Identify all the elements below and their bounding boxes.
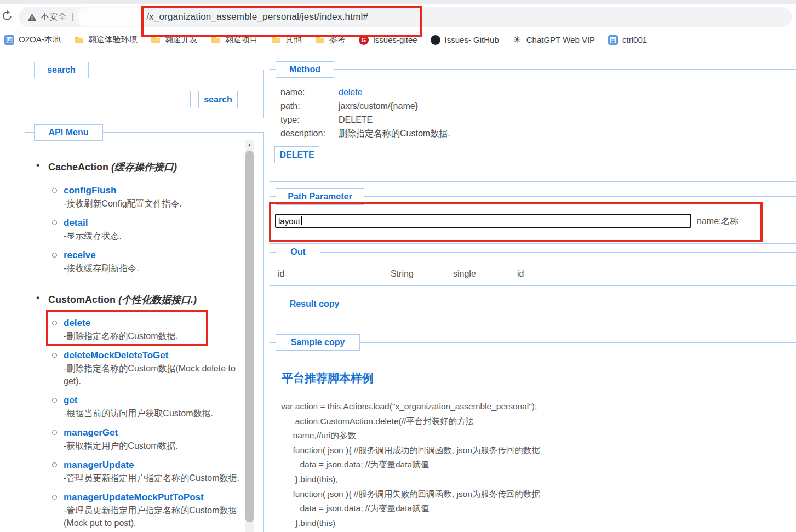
- delete-method-button[interactable]: DELETE: [274, 146, 319, 163]
- code-line: name,//uri的参数: [281, 428, 780, 443]
- api-group-CustomAction: •CustomAction (个性化数据接口.)delete-删除指定名称的Cu…: [48, 293, 241, 529]
- out-panel: [270, 252, 796, 286]
- not-secure-warning-icon: [27, 13, 37, 21]
- api-menu-item-configFlush: configFlush-接收刷新Config配置文件指令.: [64, 185, 241, 210]
- code-line: data = json.data; //为变量data赋值: [281, 457, 780, 472]
- api-method-description: -接收缓存刷新指令.: [64, 262, 241, 274]
- folder-icon: [271, 35, 281, 45]
- api-group-name: CustomAction: [48, 294, 118, 305]
- bookmark-label: ChatGPT Web VIP: [526, 35, 595, 44]
- method-row-path: path: jaxrs/custom/{name}: [280, 99, 752, 113]
- bookmark-item-3[interactable]: 翱途项目: [211, 35, 258, 45]
- path-parameter-legend: Path Parameter: [276, 188, 364, 205]
- code-line: action.CustomAction.delete(//平台封装好的方法: [281, 414, 780, 429]
- method-name-label: name:: [280, 85, 339, 99]
- bookmark-label: 其他: [285, 35, 302, 45]
- github-icon: [431, 35, 440, 45]
- code-line: }.bind(this): [281, 516, 780, 531]
- method-type-label: type:: [280, 113, 339, 127]
- api-menu-item-get: get-根据当前的访问用户获取Custom数据.: [64, 394, 241, 420]
- api-method-description: -管理员更新指定用户指定名称的Custom数据.: [64, 472, 241, 484]
- folder-icon: [315, 35, 325, 45]
- bookmark-label: 参考: [329, 35, 346, 45]
- method-description-label: description:: [280, 127, 339, 140]
- sample-script-heading: 平台推荐脚本样例: [282, 370, 374, 386]
- browser-top-strip: [0, 0, 796, 4]
- api-menu-list: •CacheAction (缓存操作接口)configFlush-接收刷新Con…: [48, 161, 241, 532]
- api-method-description: -管理员更新指定用户指定名称的Custom数据(Mock put to post…: [64, 504, 241, 529]
- api-method-description: -根据当前的访问用户获取Custom数据.: [64, 407, 241, 420]
- out-field-cardinality: single: [453, 269, 476, 279]
- bookmark-label: ctrl001: [622, 35, 647, 44]
- search-panel-legend: search: [34, 62, 89, 78]
- api-group-subtitle: (个性化数据接口.): [118, 294, 197, 305]
- folder-icon: [151, 35, 161, 45]
- bookmark-label: O2OA-本地: [19, 35, 61, 45]
- api-method-description: -显示缓存状态.: [64, 230, 241, 242]
- bookmark-item-0[interactable]: 回O2OA-本地: [4, 35, 61, 45]
- path-parameter-name-input[interactable]: [275, 214, 691, 228]
- bookmark-label: Issues-gitee: [373, 35, 417, 44]
- not-secure-label: 不安全: [41, 12, 67, 23]
- api-menu-item-managerGet: managerGet-获取指定用户的Custom数据.: [64, 427, 241, 452]
- url-bar[interactable]: 不安全 | /x_organization_assemble_personal/…: [19, 7, 792, 27]
- api-method-description: -删除指定名称的Custom数据(Mock delete to get).: [64, 362, 241, 387]
- code-line: function( json ){ //服务调用失败的回调函数, json为服务…: [281, 487, 780, 502]
- api-menu-item-receive: receive-接收缓存刷新指令.: [64, 249, 241, 274]
- folder-icon: [74, 35, 84, 45]
- api-group-subtitle: (缓存操作接口): [111, 162, 177, 173]
- api-menu-item-detail: detail-显示缓存状态.: [64, 217, 241, 242]
- bookmark-item-2[interactable]: 翱途开发: [151, 35, 198, 45]
- search-input[interactable]: [35, 91, 191, 107]
- api-method-link[interactable]: managerUpdateMockPutToPost: [64, 491, 241, 504]
- bookmark-item-8[interactable]: ✳ChatGPT Web VIP: [512, 35, 595, 45]
- api-method-link[interactable]: deleteMockDeleteToGet: [64, 350, 241, 362]
- api-menu-scrollbar-thumb[interactable]: [245, 151, 254, 522]
- reload-icon[interactable]: [1, 10, 14, 23]
- api-method-link[interactable]: managerGet: [64, 427, 241, 439]
- sample-code-block: var action = this.Actions.load("x_organi…: [281, 399, 780, 530]
- bullet-icon: •: [36, 160, 39, 171]
- api-group-title: •CustomAction (个性化数据接口.): [48, 293, 241, 306]
- bookmark-item-1[interactable]: 翱途体验环境: [74, 35, 138, 45]
- scrollbar-up-arrow-icon[interactable]: ▲: [245, 140, 254, 150]
- search-button[interactable]: search: [198, 91, 238, 108]
- method-row-description: description: 删除指定名称的Custom数据.: [280, 127, 752, 140]
- api-menu-item-delete: delete-删除指定名称的Custom数据.: [64, 317, 241, 342]
- result-copy-legend: Result copy: [276, 296, 353, 312]
- gitee-icon: G: [359, 35, 369, 45]
- method-type-value: DELETE: [339, 113, 373, 127]
- code-line: function( json ){ //服务调用成功的回调函数, json为服务…: [281, 443, 780, 458]
- bullet-icon: •: [36, 293, 39, 304]
- api-method-link[interactable]: receive: [64, 249, 241, 261]
- api-method-link[interactable]: delete: [64, 317, 241, 329]
- bookmarks-bar: 回O2OA-本地翱途体验环境翱途开发翱途项目其他参考GIssues-giteeI…: [0, 30, 796, 50]
- api-method-description: -获取指定用户的Custom数据.: [64, 439, 241, 452]
- bookmark-item-6[interactable]: GIssues-gitee: [359, 35, 417, 45]
- api-method-link[interactable]: managerUpdate: [64, 459, 241, 471]
- out-legend: Out: [276, 244, 320, 260]
- bookmark-item-5[interactable]: 参考: [315, 35, 346, 45]
- api-menu-item-managerUpdate: managerUpdate-管理员更新指定用户指定名称的Custom数据.: [64, 459, 241, 484]
- bookmark-label: 翱途体验环境: [88, 35, 138, 45]
- bookmark-item-4[interactable]: 其他: [271, 35, 302, 45]
- url-text: /x_organization_assemble_personal/jest/i…: [146, 12, 368, 22]
- api-menu-item-managerUpdateMockPutToPost: managerUpdateMockPutToPost-管理员更新指定用户指定名称…: [64, 491, 241, 529]
- o2oa-icon: 回: [4, 35, 14, 45]
- path-parameter-name-label: name:名称: [697, 216, 738, 227]
- out-field-desc: id: [517, 269, 524, 279]
- code-line: }.bind(this),: [281, 472, 780, 487]
- method-rows: name: delete path: jaxrs/custom/{name} t…: [280, 85, 752, 140]
- folder-icon: [211, 35, 221, 45]
- bookmark-item-7[interactable]: Issues- GitHub: [431, 35, 499, 45]
- api-method-link[interactable]: detail: [64, 217, 241, 229]
- api-method-link[interactable]: configFlush: [64, 185, 241, 197]
- text-caret: [301, 216, 302, 225]
- method-name-value[interactable]: delete: [339, 85, 363, 99]
- chatgpt-icon: ✳: [512, 35, 522, 45]
- bookmark-item-9[interactable]: 回ctrl001: [608, 35, 647, 45]
- api-method-description: -删除指定名称的Custom数据.: [64, 330, 241, 342]
- api-method-link[interactable]: get: [64, 394, 241, 407]
- api-group-CacheAction: •CacheAction (缓存操作接口)configFlush-接收刷新Con…: [48, 161, 241, 274]
- method-row-name: name: delete: [280, 85, 752, 99]
